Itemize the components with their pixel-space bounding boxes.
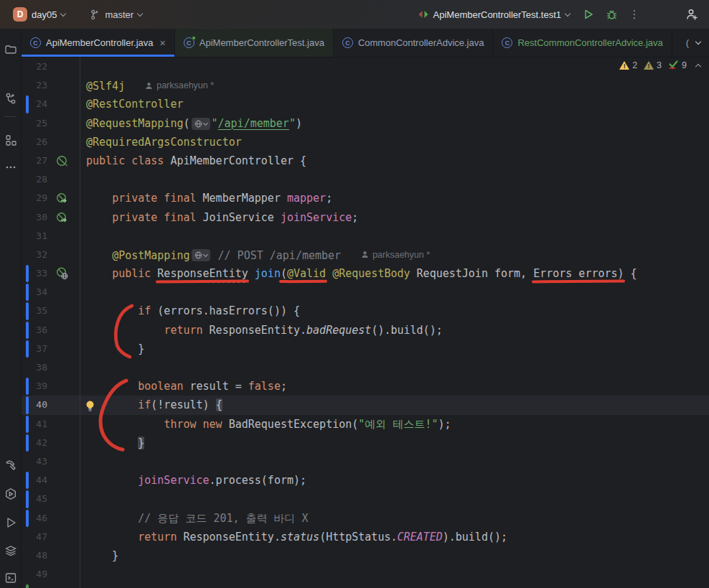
line-number[interactable]: 31: [22, 227, 47, 246]
code-text[interactable]: [80, 565, 709, 584]
code-line[interactable]: 25@RequestMapping("/api/member"): [22, 114, 709, 133]
bean-arrow-gutter-icon[interactable]: [56, 192, 69, 205]
code-text[interactable]: joinService.process(form);: [80, 471, 709, 490]
line-number[interactable]: 50: [22, 584, 47, 588]
code-text[interactable]: @RequiredArgsConstructor: [80, 133, 709, 151]
code-line[interactable]: 34: [22, 283, 709, 302]
url-mapping-inlay[interactable]: [192, 249, 210, 261]
code-author-hint[interactable]: parksaehyun *: [361, 246, 430, 264]
code-text[interactable]: public class ApiMemberController {: [80, 151, 709, 170]
code-line[interactable]: 26@RequiredArgsConstructor: [22, 133, 709, 151]
url-mapping-inlay[interactable]: [192, 118, 210, 130]
code-line[interactable]: 40 if(!result) {: [22, 396, 709, 414]
code-line[interactable]: 24@RestController: [22, 95, 709, 113]
commit-tool-button[interactable]: [0, 88, 21, 109]
tab-restcommoncontrolleradvice[interactable]: C RestCommonControllerAdvice.java: [493, 29, 672, 57]
code-text[interactable]: if(!result) {: [80, 396, 709, 414]
code-text[interactable]: // 응답 코드 201, 출력 바디 X: [80, 509, 709, 528]
line-number[interactable]: 33: [22, 264, 47, 283]
line-number[interactable]: 36: [22, 321, 47, 340]
tab-list-chevron-icon[interactable]: [695, 39, 701, 45]
code-line[interactable]: 43: [22, 452, 709, 471]
line-number[interactable]: 34: [22, 283, 47, 302]
code-author-hint[interactable]: parksaehyun *: [145, 76, 214, 95]
code-line[interactable]: 38: [22, 358, 709, 377]
code-text[interactable]: return ResponseEntity.status(HttpStatus.…: [80, 528, 709, 546]
line-number[interactable]: 39: [22, 377, 47, 396]
code-text[interactable]: boolean result = false;: [80, 377, 709, 396]
code-line[interactable]: 31: [22, 227, 709, 246]
code-text[interactable]: public ResponseEntity join(@Valid @Reque…: [80, 264, 709, 283]
code-line[interactable]: 33 public ResponseEntity join(@Valid @Re…: [22, 264, 709, 283]
code-text[interactable]: @RestController: [80, 95, 709, 113]
more-actions-button[interactable]: ⋮: [624, 4, 644, 24]
code-text[interactable]: if (errors.hasErrors()) {: [80, 302, 709, 320]
line-number[interactable]: 40: [22, 396, 47, 414]
line-number[interactable]: 44: [22, 471, 47, 490]
build-tool-button[interactable]: [0, 454, 21, 476]
code-line[interactable]: 30 private final JoinService joinService…: [22, 208, 709, 227]
code-line[interactable]: 32 @PostMapping // POST /api/memberparks…: [22, 246, 709, 264]
tab-commoncontrolleradvice[interactable]: C CommonControllerAdvice.java: [334, 29, 494, 57]
bean-globe-gutter-icon[interactable]: [56, 267, 69, 280]
project-tool-button[interactable]: [0, 39, 21, 60]
code-text[interactable]: @RequestMapping("/api/member"): [80, 114, 709, 133]
layers-tool-button[interactable]: [0, 540, 21, 561]
line-number[interactable]: 48: [22, 546, 47, 565]
line-number[interactable]: 22: [22, 57, 47, 76]
line-number[interactable]: 32: [22, 246, 47, 264]
inspections-widget[interactable]: ! 2 ! 3 9: [619, 60, 700, 70]
line-number[interactable]: 23: [22, 76, 47, 95]
debug-button[interactable]: [601, 4, 621, 24]
code-line[interactable]: 37 }: [22, 340, 709, 358]
code-line[interactable]: 36 return ResponseEntity.badRequest().bu…: [22, 321, 709, 340]
code-line[interactable]: 35 if (errors.hasErrors()) {: [22, 302, 709, 320]
typos-count[interactable]: 9: [668, 60, 687, 70]
line-number[interactable]: 26: [22, 133, 47, 151]
line-number[interactable]: 41: [22, 415, 47, 434]
code-line[interactable]: 42 }: [22, 434, 709, 452]
project-widget[interactable]: D day05: [7, 4, 71, 24]
line-number[interactable]: 43: [22, 452, 47, 471]
code-text[interactable]: @PostMapping // POST /api/memberparksaeh…: [80, 246, 709, 264]
more-tool-windows-button[interactable]: [0, 157, 21, 178]
code-line[interactable]: 45: [22, 490, 709, 508]
bean-gutter-icon[interactable]: [56, 154, 69, 167]
collapse-chevron-icon[interactable]: [695, 63, 701, 69]
warnings-count[interactable]: ! 2: [619, 60, 637, 70]
close-icon[interactable]: ×: [160, 38, 166, 48]
code-text[interactable]: [80, 57, 709, 76]
code-text[interactable]: [80, 283, 709, 302]
code-line[interactable]: 46 // 응답 코드 201, 출력 바디 X: [22, 509, 709, 528]
weak-warnings-count[interactable]: ! 3: [644, 60, 662, 70]
line-number[interactable]: 38: [22, 358, 47, 377]
line-number[interactable]: 35: [22, 302, 47, 320]
line-number[interactable]: 45: [22, 490, 47, 508]
code-line[interactable]: 28: [22, 170, 709, 189]
code-line[interactable]: 50: [22, 584, 709, 588]
code-line[interactable]: 44 joinService.process(form);: [22, 471, 709, 490]
code-line[interactable]: 39 boolean result = false;: [22, 377, 709, 396]
code-text[interactable]: throw new BadRequestException("예외 테스트!")…: [80, 415, 709, 434]
code-text[interactable]: @Slf4jparksaehyun *: [80, 76, 709, 95]
services-tool-button[interactable]: [0, 483, 21, 505]
code-line[interactable]: 23@Slf4jparksaehyun *: [22, 76, 709, 95]
code-text[interactable]: [80, 452, 709, 471]
run-tool-button[interactable]: [0, 512, 21, 533]
line-number[interactable]: 47: [22, 528, 47, 546]
tab-apimembercontrollertest[interactable]: C ApiMemberControllerTest.java: [175, 29, 334, 57]
code-with-me-button[interactable]: [682, 4, 702, 24]
line-number[interactable]: 42: [22, 434, 47, 452]
code-text[interactable]: private final MemberMapper mapper;: [80, 189, 709, 207]
run-button[interactable]: [578, 4, 598, 24]
line-number[interactable]: 37: [22, 340, 47, 358]
code-editor[interactable]: 2223@Slf4jparksaehyun *24@RestController…: [22, 57, 709, 588]
code-line[interactable]: 47 return ResponseEntity.status(HttpStat…: [22, 528, 709, 546]
code-text[interactable]: [80, 490, 709, 508]
line-number[interactable]: 29: [22, 189, 47, 207]
code-text[interactable]: return ResponseEntity.badRequest().build…: [80, 321, 709, 340]
code-text[interactable]: [80, 227, 709, 246]
line-number[interactable]: 46: [22, 509, 47, 528]
code-line[interactable]: 48 }: [22, 546, 709, 565]
line-number[interactable]: 27: [22, 151, 47, 170]
